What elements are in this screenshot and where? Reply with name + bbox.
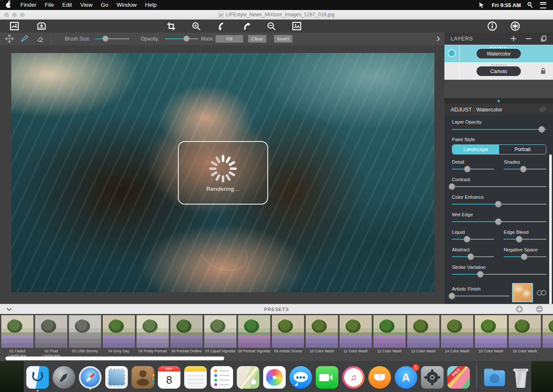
layer-name-canvas[interactable]: Canvas <box>477 66 521 76</box>
preset-item[interactable]: 04 Grey Day <box>103 315 135 358</box>
preset-item[interactable]: 11 Color Wash <box>340 315 372 358</box>
apple-menu-icon[interactable] <box>6 3 11 8</box>
add-layer-icon[interactable] <box>510 35 517 42</box>
contrast-slider[interactable] <box>452 183 546 190</box>
menu-item[interactable]: Go <box>96 0 112 10</box>
preset-item[interactable]: 05 Pretty Portrait <box>137 315 169 358</box>
redo-icon[interactable] <box>241 21 251 31</box>
eraser-tool-icon[interactable] <box>36 34 45 43</box>
adjust-scrollbar[interactable] <box>549 154 552 304</box>
slider-thumb[interactable] <box>449 183 455 190</box>
presets-scrollbar[interactable] <box>5 357 224 360</box>
remove-preset-button[interactable] <box>536 306 543 313</box>
pointer-icon[interactable] <box>478 2 485 8</box>
mask-invert-button[interactable]: Invert <box>274 35 292 43</box>
dock-messages-icon[interactable] <box>289 366 312 389</box>
opacity-slider[interactable] <box>165 35 198 42</box>
chevron-right-icon[interactable] <box>434 35 442 43</box>
slider-thumb[interactable] <box>477 271 484 278</box>
mask-fill-button[interactable]: Fill <box>216 35 243 43</box>
dock-photos-icon[interactable] <box>263 366 286 389</box>
edge-bleed-slider[interactable] <box>504 236 546 242</box>
dock-safari-icon[interactable] <box>79 366 101 389</box>
shades-slider[interactable] <box>504 166 546 172</box>
paint-style-landscape-option[interactable]: Landscape <box>452 145 499 154</box>
save-export-icon[interactable] <box>36 21 47 31</box>
slider-thumb[interactable] <box>464 166 471 172</box>
menu-item[interactable]: Finder <box>16 0 41 10</box>
layer-row-canvas[interactable]: Canvas <box>444 62 553 80</box>
layer-name-watercolor[interactable]: Watercolor <box>477 49 521 58</box>
duplicate-layer-icon[interactable] <box>540 35 547 42</box>
brush-tool-icon[interactable] <box>20 34 29 43</box>
mask-clear-button[interactable]: Clear <box>248 35 266 43</box>
preset-item[interactable]: 10 Color Wash <box>306 315 338 358</box>
slider-thumb[interactable] <box>464 236 470 243</box>
dock-mail-icon[interactable] <box>105 366 128 389</box>
menu-item[interactable]: Edit <box>58 0 76 10</box>
dock-launchpad-icon[interactable] <box>53 366 75 389</box>
layer-opacity-slider[interactable] <box>452 126 546 132</box>
menu-item[interactable]: File <box>41 0 58 10</box>
open-image-icon[interactable] <box>9 21 20 31</box>
preset-item[interactable]: 14 Color Wash <box>441 315 473 358</box>
dock-itunes-icon[interactable] <box>342 366 365 389</box>
menu-clock[interactable]: Fri 9:55 AM <box>492 2 521 8</box>
undo-icon[interactable] <box>216 21 226 31</box>
color-enhance-slider[interactable] <box>452 201 546 207</box>
add-preset-button[interactable] <box>516 306 523 313</box>
slider-thumb[interactable] <box>495 218 502 225</box>
preset-item[interactable]: 16 Color Wash <box>509 315 541 358</box>
stroke-variation-slider[interactable] <box>452 271 546 277</box>
preset-item[interactable]: 02 Fluid Landscape <box>35 315 67 358</box>
opacity-slider-thumb[interactable] <box>183 35 190 42</box>
slider-thumb[interactable] <box>449 293 455 299</box>
preset-item[interactable]: 09 Artistic Scene <box>272 315 304 358</box>
dock-contacts-icon[interactable] <box>132 366 154 389</box>
preset-item[interactable]: 08 Portrait Vignette <box>238 315 270 358</box>
liquid-slider[interactable] <box>452 236 494 242</box>
menu-item[interactable]: Window <box>112 0 141 10</box>
slider-thumb[interactable] <box>520 166 527 172</box>
slider-thumb[interactable] <box>495 201 502 207</box>
crop-icon[interactable] <box>166 21 176 31</box>
dock-calendar-icon[interactable]: SEP 8 <box>158 366 180 389</box>
slider-thumb[interactable] <box>521 253 528 260</box>
preset-item[interactable]: 01 Faded Landscape <box>1 315 33 358</box>
dock-ibooks-icon[interactable] <box>368 366 391 389</box>
notification-list-icon[interactable] <box>540 2 546 8</box>
layer-drag-handle[interactable] <box>490 47 507 48</box>
move-tool-icon[interactable] <box>5 34 14 43</box>
info-icon[interactable] <box>487 21 497 31</box>
layer-visibility-toggle[interactable] <box>448 49 456 57</box>
palette-icon[interactable] <box>539 106 553 113</box>
negative-space-slider[interactable] <box>504 253 546 260</box>
menu-item[interactable]: View <box>76 0 96 10</box>
layer-row-watercolor[interactable]: Watercolor <box>444 45 553 62</box>
dock-trash-icon[interactable] <box>510 366 532 389</box>
dock-facetime-icon[interactable] <box>316 366 338 389</box>
abstract-slider[interactable] <box>452 253 494 260</box>
slider-thumb[interactable] <box>467 253 474 260</box>
artistic-finish-texture-thumbnail[interactable] <box>512 283 533 302</box>
preset-item[interactable]: 07 Liquid Vignette <box>204 315 236 358</box>
wet-edge-slider[interactable] <box>452 218 546 225</box>
dock-notes-icon[interactable] <box>184 366 207 389</box>
slider-thumb[interactable] <box>516 236 523 243</box>
preset-item[interactable]: 13 Color Wash <box>407 315 439 358</box>
dock-sysprefs-icon[interactable] <box>421 366 444 389</box>
link-icon[interactable] <box>536 290 548 296</box>
image-preview-icon[interactable] <box>292 21 302 31</box>
layer-drag-handle[interactable] <box>491 64 506 66</box>
brush-size-slider[interactable] <box>95 35 129 42</box>
dock-finder-icon[interactable] <box>26 366 49 389</box>
remove-layer-icon[interactable] <box>525 35 532 42</box>
brush-size-slider-thumb[interactable] <box>102 35 109 42</box>
artistic-finish-slider[interactable] <box>452 293 510 299</box>
slider-thumb[interactable] <box>538 126 545 133</box>
dock-reminders-icon[interactable] <box>211 366 233 389</box>
search-icon[interactable] <box>528 2 533 8</box>
preset-item[interactable]: 17 T <box>543 315 553 358</box>
preset-item[interactable]: 12 Color Wash <box>373 315 406 358</box>
menu-item[interactable]: Help <box>141 0 161 10</box>
